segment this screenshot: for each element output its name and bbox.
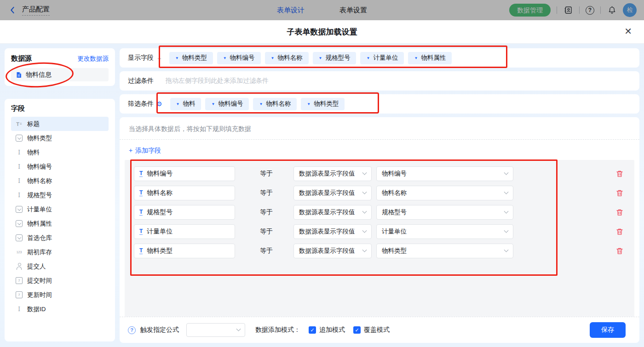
rule-field-input[interactable]: T 物料类型: [134, 244, 235, 258]
checkbox-checked-icon[interactable]: ✓: [309, 326, 316, 334]
field-list-item[interactable]: 期初库存: [11, 245, 109, 259]
close-icon[interactable]: ✕: [624, 27, 632, 36]
rule-field-name: 物料名称: [147, 189, 172, 197]
field-list-item[interactable]: 物料名称: [11, 174, 109, 188]
divider: [600, 6, 601, 14]
delete-rule-icon[interactable]: [616, 189, 623, 197]
field-list: 标题 物料类型 物料: [11, 117, 109, 316]
field-tag[interactable]: ▼ 物料名称: [265, 52, 309, 64]
overwrite-mode-option[interactable]: ✓ 覆盖模式: [353, 326, 390, 334]
question-circle-icon[interactable]: ?: [128, 326, 136, 334]
field-list-item[interactable]: 物料类型: [11, 131, 109, 145]
field-type-icon: [16, 206, 23, 213]
rule-row: T 物料名称 等于 数据源表显示字段值 物料名称: [134, 186, 634, 200]
contacts-book-icon[interactable]: [563, 5, 573, 15]
field-tag[interactable]: ▼ 计量单位: [360, 52, 404, 64]
equals-label: 等于: [260, 170, 293, 178]
field-type-icon: [16, 163, 23, 170]
append-mode-option[interactable]: ✓ 追加模式: [309, 326, 345, 334]
tab-form-design[interactable]: 表单设计: [277, 6, 305, 15]
source-type-select[interactable]: 数据源表显示字段值: [293, 166, 372, 181]
user-avatar[interactable]: 检: [623, 3, 637, 17]
delete-rule-icon[interactable]: [616, 247, 623, 255]
field-type-icon: [16, 291, 23, 298]
source-type-select[interactable]: 数据源表显示字段值: [293, 244, 372, 258]
source-type-select[interactable]: 数据源表显示字段值: [293, 186, 372, 200]
add-field-link[interactable]: +添加字段: [129, 147, 161, 155]
tag-label: 物料类型: [314, 100, 339, 108]
field-type-icon: [16, 249, 23, 256]
field-tag[interactable]: ▼ 规格型号: [313, 52, 356, 64]
datasource-title: 数据源: [11, 54, 32, 63]
delete-rule-icon[interactable]: [616, 228, 623, 235]
field-list-item[interactable]: 物料属性: [11, 216, 109, 231]
tag-label: 物料属性: [421, 54, 446, 62]
field-tag[interactable]: ▼ 物料属性: [408, 52, 452, 64]
tab-form-settings[interactable]: 表单设置: [339, 6, 367, 15]
field-list-item[interactable]: 规格型号: [11, 188, 109, 202]
field-tag[interactable]: ▼ 物料: [170, 98, 201, 110]
equals-label: 等于: [260, 228, 293, 236]
chevron-down-icon: [504, 170, 509, 175]
field-list-item[interactable]: 提交时间: [11, 273, 109, 288]
source-field-select[interactable]: 物料名称: [376, 186, 513, 200]
chevron-down-icon: [362, 228, 367, 233]
field-type-icon: [16, 135, 23, 142]
field-list-item[interactable]: 物料: [11, 145, 109, 159]
change-datasource-link[interactable]: 更改数据源: [78, 55, 109, 63]
source-type-value: 数据源表显示字段值: [299, 228, 355, 236]
field-tag[interactable]: ▼ 物料名称: [253, 98, 297, 110]
source-field-select[interactable]: 计量单位: [376, 224, 513, 239]
source-field-value: 物料名称: [382, 189, 407, 197]
display-fields-label: 显示字段: [128, 54, 154, 62]
rule-field-input[interactable]: T 物料名称: [134, 186, 235, 200]
field-list-item[interactable]: 标题: [11, 117, 109, 131]
caret-down-icon: ▼: [259, 102, 263, 106]
rule-field-input[interactable]: T 计量单位: [134, 224, 235, 239]
field-label: 物料: [27, 148, 40, 157]
field-type-icon: [16, 234, 23, 241]
datasource-item-material-info[interactable]: 物料信息: [11, 68, 109, 81]
field-list-item[interactable]: 物料编号: [11, 159, 109, 174]
checkbox-checked-icon[interactable]: ✓: [353, 326, 361, 334]
filter-dropzone-placeholder: 拖动左侧字段到此处来添加过滤条件: [166, 77, 269, 85]
back-chevron-icon[interactable]: [7, 5, 17, 15]
chevron-down-icon: [362, 170, 367, 175]
field-label: 提交时间: [27, 277, 52, 285]
field-type-icon: [16, 263, 23, 270]
source-field-select[interactable]: 规格型号: [376, 205, 513, 220]
caret-down-icon: ▼: [211, 102, 215, 106]
source-type-select[interactable]: 数据源表显示字段值: [293, 205, 372, 220]
caret-down-icon: ▼: [307, 102, 310, 106]
source-field-select[interactable]: 物料类型: [376, 244, 513, 258]
field-tag[interactable]: ▼ 物料类型: [169, 52, 213, 64]
field-list-item[interactable]: 数据ID: [11, 302, 109, 316]
field-list-item[interactable]: 更新时间: [11, 288, 109, 302]
text-field-icon: T: [139, 171, 143, 177]
source-type-select[interactable]: 数据源表显示字段值: [293, 224, 372, 239]
gear-icon[interactable]: ⚙: [156, 100, 162, 108]
add-display-field-icon[interactable]: +: [157, 54, 161, 62]
source-field-select[interactable]: 物料编号: [376, 166, 513, 181]
formula-select[interactable]: [186, 323, 245, 337]
field-list-item[interactable]: 计量单位: [11, 202, 109, 216]
delete-rule-icon[interactable]: [616, 209, 623, 216]
save-button[interactable]: 保存: [590, 322, 626, 338]
source-field-value: 物料类型: [382, 247, 407, 255]
rule-field-input[interactable]: T 规格型号: [134, 205, 235, 220]
rule-field-input[interactable]: T 物料编号: [134, 166, 235, 181]
data-manage-button[interactable]: 数据管理: [509, 4, 551, 17]
field-tag[interactable]: ▼ 物料编号: [217, 52, 261, 64]
field-tag[interactable]: ▼ 物料编号: [205, 98, 249, 110]
text-field-icon: T: [139, 209, 143, 216]
field-list-item[interactable]: 提交人: [11, 259, 109, 273]
delete-rule-icon[interactable]: [616, 170, 623, 177]
caret-down-icon: ▼: [223, 56, 227, 60]
filter-condition-row[interactable]: 过滤条件 拖动左侧字段到此处来添加过滤条件: [120, 71, 639, 91]
equals-label: 等于: [260, 208, 293, 216]
breadcrumb-product-config[interactable]: 产品配置: [22, 5, 50, 16]
notification-bell-icon[interactable]: [607, 5, 617, 15]
field-list-item[interactable]: 首选仓库: [11, 231, 109, 245]
help-icon[interactable]: ?: [586, 6, 594, 15]
field-tag[interactable]: ▼ 物料类型: [301, 98, 345, 110]
